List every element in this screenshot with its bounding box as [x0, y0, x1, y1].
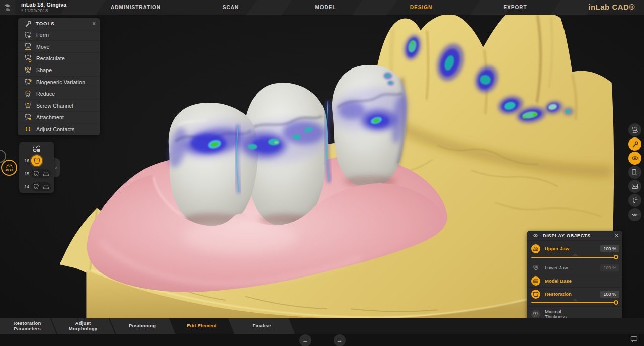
tools-button[interactable] [628, 137, 641, 151]
project-title: inLab 18, Gingiva [21, 2, 66, 8]
attachment-icon [24, 113, 36, 121]
tooth-icon [33, 171, 39, 177]
menu-scan[interactable]: SCAN [223, 5, 239, 10]
upper-jaw-icon [531, 244, 540, 253]
bottom-strip [0, 334, 644, 346]
adjust-contacts-icon [24, 125, 36, 133]
wrench-icon [24, 20, 31, 27]
step-finalise[interactable]: Finalise [228, 318, 295, 334]
slider-notch [573, 299, 578, 301]
tools-panel: TOOLS × Form Move Recalculate Shape Biog… [18, 18, 100, 135]
slider-track [531, 302, 618, 303]
minimal-thickness-icon [531, 310, 540, 319]
menu-model[interactable]: MODEL [315, 5, 336, 10]
smile-design-button[interactable] [628, 208, 641, 221]
menu-export[interactable]: EXPORT [503, 5, 527, 10]
app-logo[interactable] [0, 0, 15, 15]
step-label: Finalise [231, 318, 292, 334]
next-step-button[interactable]: → [334, 334, 346, 346]
display-objects-close-icon[interactable]: × [615, 232, 618, 239]
tool-item-adjust-contacts[interactable]: Adjust Contacts [18, 123, 100, 135]
tool-item-label: Recalculate [36, 55, 65, 61]
tool-item-biogeneric-variation[interactable]: Biogeneric Variation [18, 77, 100, 88]
articulation-button[interactable] [628, 194, 641, 207]
lower-jaw-icon [531, 263, 540, 272]
tool-item-shape[interactable]: Shape [18, 64, 100, 76]
previous-step-button[interactable]: ← [299, 334, 311, 346]
snapshot-button[interactable] [628, 180, 641, 193]
articulation-icon [631, 197, 638, 204]
topbar-streak [247, 0, 292, 15]
tool-item-screw-channel[interactable]: Screw Channel [18, 100, 100, 111]
restoration-value-badge: 100 % [600, 291, 619, 298]
display-row-label: Lower Jaw [545, 265, 600, 270]
tool-item-move[interactable]: Move [18, 41, 100, 52]
menu-design[interactable]: DESIGN [410, 5, 432, 10]
tooth-form-icon [24, 31, 36, 39]
documents-icon [631, 169, 638, 176]
tools-panel-close-icon[interactable]: × [92, 21, 96, 27]
upper-jaw-slider[interactable] [531, 254, 618, 260]
display-row-label: Model Base [545, 279, 619, 284]
display-row-upper-jaw[interactable]: Upper Jaw 100 % [527, 243, 622, 254]
restoration-slider[interactable] [531, 300, 618, 306]
tool-item-form[interactable]: Form [18, 29, 100, 41]
step-restoration-parameters[interactable]: Restoration Parameters [0, 318, 56, 334]
tool-item-recalculate[interactable]: Recalculate [18, 53, 100, 64]
restoration-icon [531, 290, 540, 299]
tooth-row-16: 16 [19, 155, 54, 167]
tool-item-label: Move [36, 44, 49, 50]
step-positioning[interactable]: Positioning [110, 318, 176, 334]
crown-icon [34, 158, 40, 164]
display-row-lower-jaw[interactable]: Lower Jaw 100 % [527, 262, 622, 273]
tool-item-label: Screw Channel [36, 103, 73, 109]
chat-icon[interactable] [630, 335, 638, 344]
tooth-number: 16 [19, 158, 29, 163]
tooth-number: 14 [19, 184, 29, 189]
divider [527, 306, 622, 307]
menu-administration[interactable]: ADMINISTRATION [111, 5, 161, 10]
display-row-model-base[interactable]: Model Base [527, 275, 622, 287]
display-objects-panel: DISPLAY OBJECTS × Upper Jaw 100 % Lower … [527, 231, 622, 324]
divider [527, 261, 622, 261]
display-row-label: Restoration [545, 292, 600, 297]
display-objects-title: DISPLAY OBJECTS [543, 233, 615, 238]
step-label: Adjust Morphology [65, 321, 101, 331]
project-info: inLab 18, Gingiva * 11/02/2018 [21, 2, 66, 14]
smile-icon [631, 211, 638, 218]
tool-item-attachment[interactable]: Attachment [18, 112, 100, 123]
pontic-icon [43, 171, 49, 176]
analysis-button[interactable] [628, 123, 641, 136]
wrench-icon [631, 141, 638, 148]
slider-knob[interactable] [614, 255, 618, 259]
step-label: Positioning [113, 318, 172, 334]
display-row-restoration[interactable]: Restoration 100 % [527, 288, 622, 300]
divider [527, 287, 622, 288]
display-objects-header: DISPLAY OBJECTS × [527, 231, 622, 241]
tooth-15-options[interactable] [31, 169, 51, 178]
display-objects-button[interactable] [628, 152, 641, 165]
tooth-reduce-icon [24, 90, 36, 98]
display-row-label: Upper Jaw [545, 246, 600, 251]
tooth-chart-icon[interactable] [33, 145, 41, 153]
tooth-14-options[interactable] [31, 182, 51, 191]
documents-button[interactable] [628, 166, 641, 179]
step-label: Edit Element [173, 318, 230, 334]
tool-item-label: Biogeneric Variation [36, 79, 85, 85]
pontic-icon [43, 184, 49, 189]
top-bar: inLab 18, Gingiva * 11/02/2018 ADMINISTR… [0, 0, 644, 15]
range-badge-label: 16-14 [5, 168, 13, 171]
slider-knob[interactable] [614, 300, 618, 305]
model-base-icon [531, 276, 540, 286]
application-window: inLab 18, Gingiva * 11/02/2018 ADMINISTR… [0, 0, 644, 346]
tools-panel-title: TOOLS [36, 21, 92, 26]
tooth-16-crown-button[interactable] [31, 155, 42, 166]
tool-item-label: Form [36, 32, 49, 38]
tool-item-reduce[interactable]: Reduce [18, 88, 100, 100]
image-icon [631, 183, 638, 190]
restoration-range-badge[interactable]: 16-14 [1, 160, 17, 176]
step-adjust-morphology[interactable]: Adjust Morphology [51, 318, 115, 334]
step-edit-element[interactable]: Edit Element [170, 318, 234, 334]
tooth-shape-icon [24, 66, 36, 74]
tooth-biogeneric-icon [24, 78, 36, 86]
